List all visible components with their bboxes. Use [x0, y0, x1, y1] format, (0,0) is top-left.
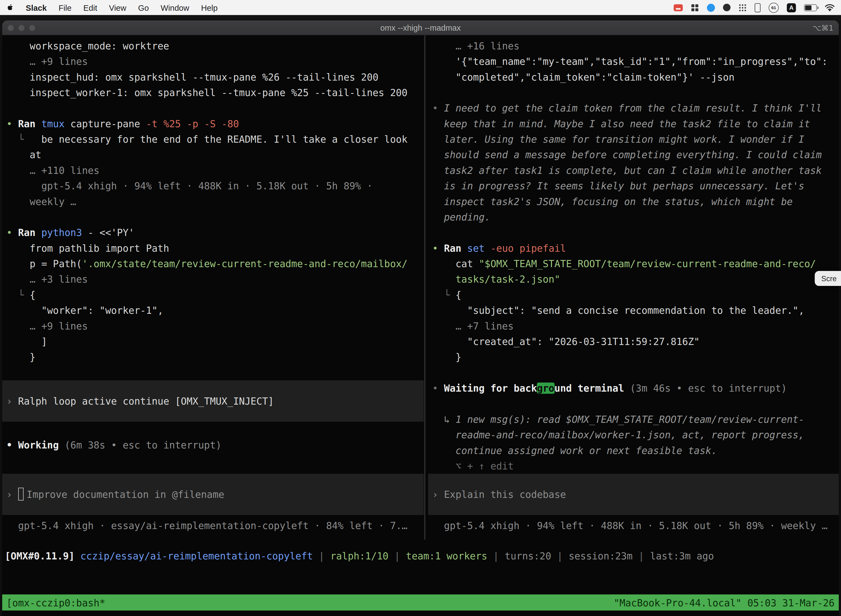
screen-recording-icon[interactable]	[674, 4, 683, 11]
text-segment: |	[313, 550, 330, 562]
text-segment: |	[487, 550, 505, 562]
terminal-line: gpt-5.4 xhigh · 94% left · 488K in · 5.1…	[428, 518, 839, 533]
text-segment: "$OMX_TEAM_STATE_ROOT/team/review-curren…	[479, 258, 816, 269]
terminal-line: from pathlib import Path	[2, 241, 424, 256]
terminal-line: "worker": "worker-1",	[2, 302, 424, 318]
menu-item-go[interactable]: Go	[138, 3, 149, 12]
text-segment: cat	[432, 258, 479, 269]
text-segment: {	[456, 289, 462, 301]
terminal-line: pending.	[428, 209, 839, 224]
window-titlebar[interactable]: omx --xhigh --madmax ⌥⌘1	[2, 21, 839, 35]
working-status: • Working (6m 38s • esc to interrupt)	[2, 437, 424, 453]
phone-mirroring-icon[interactable]	[755, 3, 760, 12]
text-segment: •	[6, 227, 18, 238]
terminal-line: inspect_hud: omx sparkshell --tmux-pane …	[2, 69, 424, 85]
prompt-chevron: ›	[6, 489, 18, 500]
keyboard-grid-icon[interactable]	[738, 4, 747, 12]
menu-item-file[interactable]: File	[59, 3, 72, 12]
screen-pill-button[interactable]: Scre	[815, 271, 841, 286]
terminal-line: • Ran set -euo pipefail	[428, 241, 839, 256]
terminal-line: • Working (6m 38s • esc to interrupt)	[2, 437, 424, 453]
text-segment: turns:20	[505, 550, 551, 562]
text-segment: "worker": "worker-1",	[6, 305, 163, 316]
right-agent-pane[interactable]: … +16 lines '{"team_name":"my-team","tas…	[428, 35, 839, 533]
tmux-status-bar: [omx-cczip0:bash* "MacBook-Pro-44.local"…	[2, 594, 839, 610]
terminal-line: • Ran tmux capture-pane -t %25 -p -S -80	[2, 116, 424, 131]
text-segment: Ran	[18, 227, 41, 238]
menu-item-help[interactable]: Help	[201, 3, 218, 12]
terminal-line: keep that in mind. Maybe I also need the…	[428, 116, 839, 131]
window-title: omx --xhigh --madmax	[2, 23, 839, 32]
terminal-line: p = Path('.omx/state/team/review-current…	[2, 256, 424, 271]
text-segment: "completed","claim_token":"claim-token"}…	[432, 72, 734, 83]
tmux-session-label: [omx-cczip0:bash*	[6, 597, 105, 608]
text-segment: workspace_mode: worktree	[6, 40, 169, 51]
terminal-line: '{"team_name":"my-team","task_id":"1","f…	[428, 54, 839, 69]
right-pane-output: … +16 lines '{"team_name":"my-team","tas…	[428, 38, 839, 474]
text-segment: Ran	[18, 118, 41, 129]
terminal-line: }	[2, 349, 424, 365]
left-pane-output: workspace_mode: worktree … +9 lines insp…	[2, 38, 424, 380]
terminal-line: … +110 lines	[2, 163, 424, 178]
text-segment: •	[432, 383, 444, 394]
terminal-line: … +9 lines	[2, 54, 424, 69]
terminal-line: gpt-5.4 xhigh · 94% left · 488K in · 5.1…	[2, 178, 424, 194]
battery-icon[interactable]	[804, 4, 817, 11]
input-source-icon[interactable]: A	[787, 3, 796, 12]
terminal-line: should send a message before completing …	[428, 147, 839, 163]
terminal-line: task2 after task1 is complete, but can I…	[428, 163, 839, 178]
text-segment: ⌥ + ↑ edit	[432, 461, 514, 472]
text-segment: inspect_hud: omx sparkshell --tmux-pane …	[6, 72, 378, 83]
composer-placeholder: Improve documentation in @filename	[27, 489, 224, 500]
terminal-line: is in progress? It seems likely but perh…	[428, 178, 839, 194]
text-segment: … +16 lines	[432, 40, 520, 51]
terminal-line: inspect_worker-1: omx sparkshell --tmux-…	[2, 85, 424, 100]
text-segment: '{"team_name":"my-team","task_id":"1","f…	[432, 56, 828, 67]
terminal-line: ]	[2, 334, 424, 349]
composer-input[interactable]: › Improve documentation in @filename	[2, 474, 424, 515]
suggestion-band[interactable]: › Explain this codebase	[428, 474, 839, 515]
menu-item-window[interactable]: Window	[161, 3, 189, 12]
text-segment: inspect task2's JSON, focusing on the st…	[432, 196, 793, 207]
text-segment: ]	[6, 336, 47, 347]
terminal-line: "created_at": "2026-03-31T11:59:27.816Z"	[428, 334, 839, 349]
text-segment: … +110 lines	[6, 165, 99, 176]
battery-percent-icon[interactable]: 61	[769, 3, 779, 13]
terminal-line: gpt-5.4 xhigh · essay/ai-reimplementatio…	[2, 518, 424, 533]
active-app-menu[interactable]: Slack	[26, 3, 47, 12]
text-segment: python3	[41, 227, 88, 238]
apple-menu-icon[interactable]	[6, 3, 14, 12]
text-segment: at	[6, 149, 41, 160]
text-segment: und terminal	[554, 383, 624, 394]
menu-item-view[interactable]: View	[109, 3, 126, 12]
omx-status-bar: [OMX#0.11.9] cczip/essay/ai-reimplementa…	[2, 549, 839, 564]
terminal-line: workspace_mode: worktree	[2, 38, 424, 54]
terminal-line: }	[428, 349, 839, 365]
dark-app-icon[interactable]	[723, 4, 730, 11]
terminal-line: tasks/task-2.json"	[428, 271, 839, 287]
text-segment: inspect_worker-1: omx sparkshell --tmux-…	[6, 87, 407, 98]
window-manager-icon[interactable]	[691, 4, 699, 12]
terminal-line: "subject": "send a concise recommendatio…	[428, 302, 839, 318]
wifi-icon[interactable]	[825, 4, 835, 11]
text-segment: ralph:1/10	[330, 550, 388, 562]
terminal-line: … +7 lines	[428, 318, 839, 334]
terminal-content: workspace_mode: worktree … +9 lines insp…	[2, 35, 839, 615]
injected-prompt-text: Ralph loop active continue [OMX_TMUX_INJ…	[18, 396, 274, 407]
blue-app-icon[interactable]	[707, 4, 715, 12]
text-segment: └	[6, 133, 41, 145]
pane-divider	[424, 35, 425, 540]
text-segment: last:3m ago	[650, 550, 714, 562]
left-agent-pane[interactable]: workspace_mode: worktree … +9 lines insp…	[2, 35, 424, 533]
text-segment: |	[633, 550, 650, 562]
menu-item-edit[interactable]: Edit	[84, 3, 97, 12]
terminal-line: "completed","claim_token":"claim-token"}…	[428, 69, 839, 85]
text-segment: capture-pane	[70, 118, 146, 129]
terminal-line	[2, 209, 424, 224]
terminal-line: • Ran python3 - <<'PY'	[2, 224, 424, 240]
text-segment: cczip/essay/ai-reimplementation-copyleft	[80, 550, 313, 562]
text-segment: Waiting for back	[444, 383, 537, 394]
text-segment: |	[551, 550, 568, 562]
terminal-line: inspect task2's JSON, focusing on the st…	[428, 194, 839, 209]
terminal-line	[428, 365, 839, 380]
